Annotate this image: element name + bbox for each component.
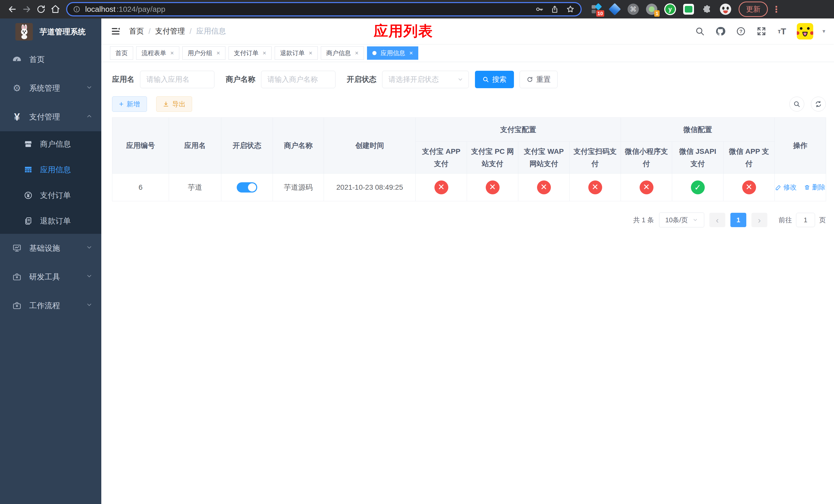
monitor-icon — [11, 244, 23, 253]
forward-button[interactable] — [20, 2, 34, 17]
close-icon[interactable]: × — [216, 50, 220, 56]
extension-blocks-icon[interactable]: 10 — [590, 3, 602, 15]
app-logo[interactable]: 芋道管理系统 — [0, 19, 101, 45]
close-icon[interactable]: × — [309, 50, 312, 56]
url-bar[interactable]: localhost:1024/pay/app — [66, 2, 581, 17]
search-icon[interactable] — [694, 26, 705, 37]
sidebar-item-pay-order[interactable]: 支付订单 — [0, 183, 101, 208]
prev-page-button[interactable]: ‹ — [709, 213, 725, 227]
sidebar-item-dev-tools[interactable]: 研发工具 — [0, 262, 101, 291]
col-group-alipay: 支付宝配置 — [416, 118, 621, 142]
sidebar-item-home[interactable]: 首页 — [0, 45, 101, 74]
next-page-button[interactable]: › — [751, 213, 767, 227]
avatar[interactable] — [797, 23, 813, 40]
sidebar-item-system[interactable]: ⚙ 系统管理 — [0, 74, 101, 102]
breadcrumb-payment[interactable]: 支付管理 — [155, 26, 185, 37]
tag-tab-pay-order[interactable]: 支付订单× — [228, 46, 271, 60]
fullscreen-icon[interactable] — [756, 26, 767, 37]
cell-app-name: 芋道 — [169, 174, 221, 201]
sidebar-item-refund-order[interactable]: 退款订单 — [0, 208, 101, 234]
refresh-table-button[interactable] — [811, 97, 826, 112]
add-button[interactable]: + 新增 — [112, 96, 147, 112]
tag-tab-home[interactable]: 首页 — [110, 46, 133, 60]
col-created: 创建时间 — [324, 118, 416, 174]
extension-puzzle-icon[interactable] — [701, 3, 713, 15]
search-icon — [793, 100, 800, 108]
pagination: 共 1 条 10条/页 ‹ 1 › 前往 页 — [112, 212, 826, 227]
export-button[interactable]: 导出 — [156, 96, 192, 112]
sidebar-item-app-info[interactable]: 应用信息 — [0, 157, 101, 183]
caret-down-icon[interactable]: ▾ — [822, 28, 825, 35]
sidebar-item-label: 支付订单 — [40, 190, 71, 201]
sidebar-collapse-icon[interactable] — [110, 26, 121, 37]
key-icon[interactable] — [535, 5, 544, 14]
tag-tab-app-info[interactable]: 应用信息× — [367, 46, 418, 60]
search-button[interactable]: 搜索 — [475, 71, 514, 88]
sidebar-item-workflow[interactable]: 工作流程 — [0, 291, 101, 320]
col-merchant: 商户名称 — [273, 118, 324, 174]
sidebar-item-label: 首页 — [29, 54, 45, 65]
close-icon[interactable]: × — [263, 50, 266, 56]
close-icon[interactable]: × — [355, 50, 358, 56]
breadcrumb-separator: / — [149, 27, 151, 36]
refresh-icon — [815, 100, 822, 108]
edit-link[interactable]: 修改 — [775, 183, 797, 192]
sidebar-item-label: 支付管理 — [29, 112, 60, 122]
sidebar-item-merchant-info[interactable]: 商户信息 — [0, 131, 101, 157]
browser-menu-icon[interactable]: ⋮ — [772, 4, 781, 14]
close-icon[interactable]: × — [409, 50, 413, 56]
home-button[interactable] — [48, 2, 63, 17]
tag-tab-merchant-info[interactable]: 商户信息× — [321, 46, 364, 60]
tag-tab-refund-order[interactable]: 退款订单× — [275, 46, 318, 60]
app-name-input[interactable] — [140, 71, 214, 88]
merchant-name-input[interactable] — [261, 71, 335, 88]
download-icon — [162, 101, 169, 108]
cell-alipay-app — [416, 174, 467, 201]
sidebar-item-label: 商户信息 — [40, 139, 71, 150]
extension-badge: 1 — [654, 10, 660, 17]
extension-chat-icon[interactable] — [683, 3, 695, 15]
payment-submenu: 商户信息 应用信息 支付订单 退款订单 — [0, 131, 101, 234]
sidebar-item-payment[interactable]: ¥ 支付管理 — [0, 102, 101, 131]
cell-created: 2021-10-23 08:49:25 — [324, 174, 416, 201]
sidebar-item-infrastructure[interactable]: 基础设施 — [0, 234, 101, 262]
page-unit-label: 页 — [819, 215, 826, 225]
status-toggle[interactable] — [237, 182, 257, 192]
reset-button[interactable]: 重置 — [520, 71, 557, 88]
sidebar-item-label: 研发工具 — [29, 272, 60, 282]
browser-update-button[interactable]: 更新 — [739, 2, 768, 17]
goto-label: 前往 — [778, 215, 792, 225]
github-icon[interactable] — [715, 26, 726, 37]
col-status: 开启状态 — [221, 118, 273, 174]
tag-tab-user-group[interactable]: 用户分组× — [182, 46, 225, 60]
extension-emoji-icon[interactable] — [720, 3, 731, 15]
help-icon[interactable]: ? — [735, 26, 747, 37]
extension-command-icon[interactable]: ⌘ — [627, 3, 639, 15]
share-icon[interactable] — [550, 5, 559, 14]
extension-recorder-icon[interactable]: 1 — [646, 3, 658, 15]
breadcrumb-current: 应用信息 — [196, 26, 226, 37]
delete-link[interactable]: 删除 — [804, 183, 826, 192]
status-cross-icon — [486, 181, 500, 194]
goto-page-input[interactable] — [796, 213, 815, 227]
chevron-up-icon — [86, 113, 93, 121]
back-button[interactable] — [5, 2, 20, 17]
breadcrumb-home[interactable]: 首页 — [129, 26, 144, 37]
page-content: 应用名 商户名称 开启状态 请选择开启状态 搜索 重置 + 新增 — [101, 62, 834, 227]
status-select[interactable]: 请选择开启状态 — [382, 71, 469, 88]
tag-tab-process-form[interactable]: 流程表单× — [136, 46, 179, 60]
cell-wechat-mini — [621, 174, 672, 201]
cell-actions: 修改 删除 — [775, 174, 826, 201]
bookmark-star-icon[interactable] — [566, 5, 575, 14]
current-page-button[interactable]: 1 — [730, 213, 746, 227]
page-size-select[interactable]: 10条/页 — [659, 212, 704, 227]
chevron-down-icon — [693, 217, 698, 223]
close-icon[interactable]: × — [170, 50, 174, 56]
hide-search-button[interactable] — [789, 97, 804, 112]
extension-kite-icon[interactable] — [609, 3, 621, 15]
reload-button[interactable] — [34, 2, 48, 17]
text-size-icon[interactable]: тT — [776, 26, 788, 37]
top-navbar: 首页 / 支付管理 / 应用信息 ? тT ▾ — [101, 19, 834, 44]
tags-bar: 首页 流程表单× 用户分组× 支付订单× 退款订单× 商户信息× 应用信息× — [101, 44, 834, 62]
extension-y-icon[interactable]: y — [664, 3, 676, 15]
